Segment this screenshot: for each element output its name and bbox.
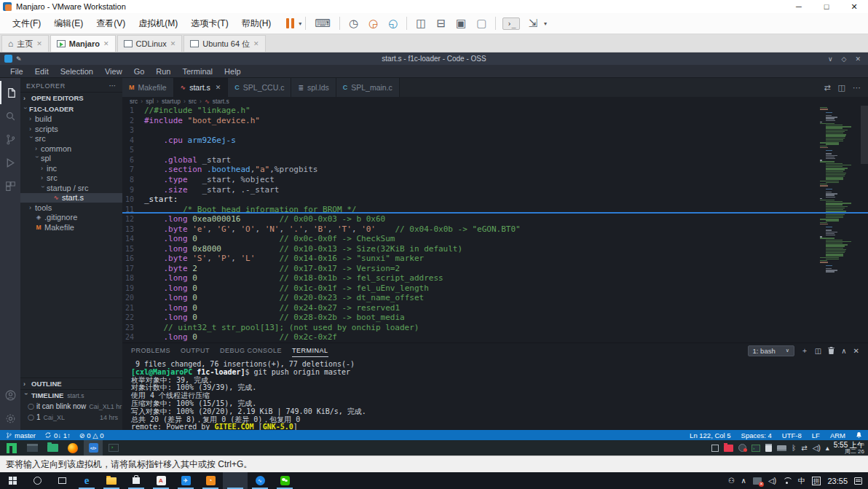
vmware-menu-m[interactable]: 虚拟机(M) — [132, 13, 184, 34]
editor-tab-spl.lds[interactable]: ≣spl.lds — [291, 78, 336, 97]
terminal-tray-icon[interactable]: › — [751, 445, 760, 452]
send-ctrl-alt-del-button[interactable]: ⌨ — [309, 14, 336, 33]
split-editor-button[interactable]: ◫ — [838, 83, 845, 93]
vm-clock[interactable]: 5:55 上午 周二 26 — [834, 442, 866, 455]
close-icon[interactable]: ✕ — [855, 55, 861, 63]
explorer-icon[interactable] — [0, 81, 20, 104]
vm-tab-cdlinux[interactable]: CDLinux✕ — [117, 35, 183, 52]
close-tab-icon[interactable]: ✕ — [36, 40, 42, 47]
timeshift-icon[interactable] — [738, 444, 746, 452]
file-manager-button[interactable] — [43, 440, 62, 455]
open-editors-section[interactable]: › OPEN EDITORS — [20, 92, 122, 103]
timeline-item[interactable]: ◯it can blink nowCai_XL1 hr — [20, 401, 122, 412]
terminal-output[interactable]: 9 files changed, 76 insertions(+), 77 de… — [122, 358, 868, 430]
dropdown-caret-icon[interactable]: ▾ — [544, 20, 547, 27]
tree-item-common[interactable]: ›common — [20, 144, 122, 154]
more-actions-button[interactable]: ⋯ — [853, 83, 861, 93]
tree-item-scripts[interactable]: ›scripts — [20, 124, 122, 134]
tree-item-src[interactable]: ›src — [20, 134, 122, 144]
tree-item-.gitignore[interactable]: ◈.gitignore — [20, 213, 122, 223]
editor-scrollbar[interactable] — [861, 106, 868, 164]
wechat-button[interactable] — [272, 472, 297, 489]
tree-item-tools[interactable]: ›tools — [20, 203, 122, 213]
store-button[interactable] — [124, 472, 149, 489]
open-changes-button[interactable]: ⇄ — [824, 83, 830, 93]
close-tab-icon[interactable]: ✕ — [253, 40, 259, 47]
menu-selection[interactable]: Selection — [55, 67, 99, 76]
menu-help[interactable]: Help — [218, 67, 247, 76]
tree-item-start.s[interactable]: ∿start.s — [20, 193, 122, 203]
breadcrumb-item[interactable]: src — [130, 98, 138, 105]
vmware-menu-v[interactable]: 查看(V) — [90, 13, 132, 34]
split-terminal-button[interactable]: ◫ — [815, 347, 821, 355]
menu-go[interactable]: Go — [128, 67, 151, 76]
stretch-guest-button[interactable]: ⇲ — [523, 14, 542, 33]
manjaro-menu-button[interactable] — [2, 440, 21, 455]
source-control-icon[interactable] — [0, 128, 20, 151]
vm-tab-主页[interactable]: ⌂主页✕ — [1, 35, 49, 52]
menu-terminal[interactable]: Terminal — [177, 67, 219, 76]
breadcrumb[interactable]: src›spl›startup›src›∿start.s — [122, 97, 868, 106]
terminal-picker[interactable]: 1: bash∨ — [748, 345, 794, 356]
enter-fullscreen-button[interactable]: ▣ — [451, 14, 471, 33]
tree-item-startup-src[interactable]: ›startup / src — [20, 183, 122, 193]
start-button[interactable] — [0, 472, 25, 489]
show-library-button[interactable]: ◫ — [411, 14, 431, 33]
close-tab-icon[interactable]: ✕ — [216, 84, 221, 91]
close-tab-icon[interactable]: ✕ — [170, 40, 176, 47]
maximize-panel-button[interactable]: ∧ — [841, 347, 846, 355]
float-icon[interactable]: ◇ — [842, 55, 847, 63]
run-debug-icon[interactable] — [0, 151, 20, 174]
app-red-button[interactable]: A — [149, 472, 173, 489]
vmware-menu-f[interactable]: 文件(F) — [6, 13, 47, 34]
volume-tray-icon[interactable]: ◁) — [768, 477, 776, 485]
bluetooth-icon[interactable]: ᛒ — [792, 445, 796, 452]
ime-pinyin-indicator[interactable]: 拼 — [812, 477, 821, 485]
breadcrumb-item[interactable]: spl — [146, 98, 154, 105]
status-item[interactable]: LF — [812, 431, 820, 439]
minimap[interactable] — [820, 107, 859, 273]
tree-item-f1c-loader[interactable]: ›F1C-LOADER — [20, 104, 122, 114]
people-icon[interactable]: ⚇ — [728, 477, 735, 485]
status-item[interactable]: UTF-8 — [782, 431, 802, 439]
outline-section[interactable]: › OUTLINE — [20, 377, 122, 389]
panel-tab-problems[interactable]: PROBLEMS — [131, 345, 170, 356]
vmware-menu-e[interactable]: 编辑(E) — [47, 13, 90, 34]
vm-tab-manjaro[interactable]: Manjaro✕ — [50, 35, 116, 52]
restore-down-icon[interactable]: ∨ — [828, 55, 833, 63]
vscode-button[interactable]: </> — [84, 440, 103, 455]
code-editor[interactable]: 1//#include "linkage.h"2#include "boot_d… — [122, 106, 868, 343]
maximize-button[interactable]: □ — [813, 0, 840, 13]
vm-tab-ubuntu-64-位[interactable]: Ubuntu 64 位✕ — [184, 35, 265, 52]
show-console-view-button[interactable]: ›_ — [502, 17, 520, 30]
vmware-tray-icon[interactable] — [753, 477, 762, 485]
panel-tab-terminal[interactable]: TERMINAL — [292, 345, 328, 357]
action-center-icon[interactable] — [854, 477, 862, 485]
clock[interactable]: 23:55 — [827, 477, 848, 485]
notifications-bell-icon[interactable] — [856, 431, 862, 439]
app-blue-bird-button[interactable]: ✈ — [173, 472, 198, 489]
ime-lang-indicator[interactable]: 中 — [798, 476, 805, 486]
tree-item-makefile[interactable]: MMakefile — [20, 222, 122, 232]
editor-tab-makefile[interactable]: MMakefile — [122, 78, 174, 97]
keyboard-icon[interactable] — [777, 445, 786, 451]
take-snapshot-button[interactable]: ◷ — [344, 14, 363, 33]
problems-status[interactable]: ⊘ 0 △ 0 — [79, 431, 104, 439]
files-tray-icon[interactable] — [724, 445, 733, 452]
explorer-more-icon[interactable]: ⋯ — [108, 82, 117, 90]
status-item[interactable]: Spaces: 4 — [741, 431, 772, 439]
account-icon[interactable] — [0, 383, 20, 407]
network-icon[interactable]: ⇄ — [801, 445, 807, 452]
new-terminal-button[interactable]: ＋ — [801, 345, 808, 356]
pause-button[interactable] — [283, 18, 297, 28]
workspace-switcher[interactable] — [711, 445, 719, 452]
app-blue-wave-button[interactable]: ∿ — [248, 472, 272, 489]
tray-expand-icon[interactable]: ∧ — [741, 477, 746, 485]
sync-status[interactable]: 0↓ 1↑ — [44, 431, 71, 439]
panel-tab-output[interactable]: OUTPUT — [181, 345, 210, 356]
vmware-button[interactable] — [223, 472, 248, 489]
cursor-position[interactable]: Ln 122, Col 5 — [690, 431, 731, 439]
vmware-menu-h[interactable]: 帮助(H) — [235, 13, 278, 34]
status-item[interactable]: ARM — [830, 431, 845, 439]
wifi-icon[interactable] — [783, 477, 792, 484]
